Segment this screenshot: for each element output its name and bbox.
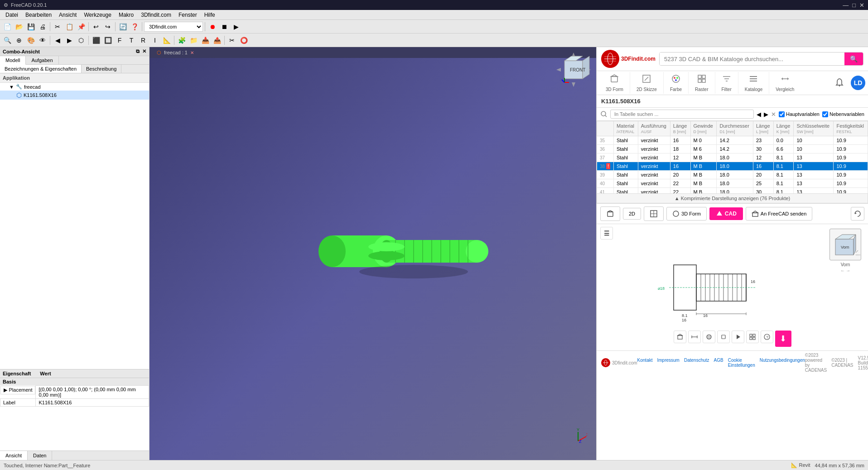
nebenvariablen-checkbox[interactable]: Nebenvariablen — [822, 111, 864, 117]
menu-3dfindit[interactable]: 3Dfindit.com — [137, 11, 175, 19]
top-view-button[interactable]: T — [126, 35, 137, 46]
nebenvariablen-check[interactable] — [822, 111, 828, 117]
tab-daten[interactable]: Daten — [28, 451, 52, 460]
table-search-clear[interactable]: ✕ — [771, 111, 776, 118]
open-button[interactable]: 📂 — [14, 21, 24, 32]
tab-aufgaben[interactable]: Aufgaben — [26, 56, 58, 64]
minimize-button[interactable]: — — [843, 2, 849, 9]
forward-button[interactable]: ▶ — [64, 35, 75, 46]
menu-bearbeiten[interactable]: Bearbeiten — [22, 11, 55, 19]
btn-3dform[interactable]: 3D Form — [666, 207, 707, 221]
table-search-prev[interactable]: ◀ — [757, 111, 761, 118]
combo-close-button[interactable]: ✕ — [142, 48, 146, 54]
btn-rotate[interactable] — [851, 207, 864, 221]
parts-button[interactable]: 🧩 — [176, 35, 187, 46]
tree-item-k1161[interactable]: ⬡ K1161.508X16 — [0, 91, 149, 100]
search-input[interactable] — [660, 53, 844, 65]
tab-modell[interactable]: Modell — [0, 56, 26, 65]
nav-raster[interactable]: Raster — [689, 72, 715, 94]
nav-kataloge[interactable]: Kataloge — [738, 72, 769, 94]
nav-cube-svg[interactable]: FRONT — [555, 52, 592, 92]
close-button[interactable]: ✕ — [859, 2, 864, 9]
import-button[interactable]: 📥 — [200, 35, 211, 46]
new-button[interactable]: 📄 — [2, 21, 13, 32]
table-row[interactable]: 41Stahlverzinkt22M B18.0308.11310.9 — [597, 188, 868, 194]
stdviews-button[interactable]: 🔲 — [102, 35, 113, 46]
viewport[interactable]: ⬡ freecad : 1 ✕ FRONT — [149, 47, 596, 460]
export-button[interactable]: 📤 — [212, 35, 222, 46]
preview-play-btn[interactable] — [732, 331, 744, 343]
tab-ansicht[interactable]: Ansicht — [0, 451, 28, 460]
cut-button[interactable]: ✂ — [52, 21, 63, 32]
footer-cookie[interactable]: Cookie Einstellungen — [728, 358, 755, 368]
refresh-button[interactable]: 🔄 — [117, 21, 128, 32]
sphere-button[interactable]: ⭕ — [238, 35, 249, 46]
hauptvariablen-checkbox[interactable]: Hauptvariablen — [779, 111, 820, 117]
view-cube-mini[interactable]: Vorn — [829, 229, 861, 260]
expand-icon[interactable]: ▶ — [4, 387, 7, 393]
table-row[interactable]: 37Stahlverzinkt12M B18.0128.11310.9 — [597, 153, 868, 162]
play-button[interactable]: ▶ — [231, 21, 241, 32]
menu-werkzeuge[interactable]: Werkzeuge — [80, 11, 115, 19]
measure-button[interactable]: 📐 — [161, 35, 172, 46]
redo-button[interactable]: ↪ — [102, 21, 113, 32]
menu-fenster[interactable]: Fenster — [175, 11, 201, 19]
footer-datenschutz[interactable]: Datenschutz — [684, 358, 709, 368]
footer-kontakt[interactable]: Kontakt — [637, 358, 653, 368]
nav-3d-form[interactable]: 3D Form — [599, 72, 630, 94]
iso-view-button[interactable]: I — [149, 35, 160, 46]
menu-hilfe[interactable]: Hilfe — [201, 11, 219, 19]
fit-selection-button[interactable]: ⊕ — [14, 35, 24, 46]
menu-datei[interactable]: Datei — [2, 11, 22, 19]
combo-restore-button[interactable]: ⧉ — [136, 48, 140, 54]
btn-freecad[interactable]: An FreeCAD senden — [746, 207, 813, 221]
preview-grid-btn[interactable] — [746, 331, 759, 343]
download-button[interactable]: ⬇ — [775, 331, 791, 347]
bell-icon[interactable] — [834, 77, 844, 87]
help-button[interactable]: ❓ — [129, 21, 140, 32]
save-button[interactable]: 💾 — [25, 21, 36, 32]
stop-button[interactable]: ⏹ — [219, 21, 230, 32]
nav-2d-skizze[interactable]: 2D Skizze — [630, 72, 664, 94]
preview-measure-btn[interactable] — [688, 331, 701, 343]
clip-button[interactable]: ✂ — [227, 35, 237, 46]
btn-3d-icon[interactable] — [600, 206, 620, 221]
print-button[interactable]: 🖨 — [37, 21, 48, 32]
btn-detail[interactable] — [644, 206, 664, 221]
back-button[interactable]: ◀ — [52, 35, 63, 46]
stereo-button[interactable]: 👁 — [37, 35, 48, 46]
front-view-button[interactable]: F — [114, 35, 125, 46]
table-row[interactable]: 38 !Stahlverzinkt16M B18.0168.11310.9 — [597, 162, 868, 171]
viewport-close-button[interactable]: ✕ — [190, 50, 194, 55]
footer-nutzung[interactable]: Nutzungsbedingungen — [760, 358, 805, 368]
hauptvariablen-check[interactable] — [779, 111, 785, 117]
menu-makro[interactable]: Makro — [115, 11, 137, 19]
footer-impressum[interactable]: Impressum — [657, 358, 680, 368]
workbench-dropdown[interactable]: 3Dfindit.com — [144, 22, 203, 32]
record-button[interactable]: ⏺ — [207, 21, 218, 32]
table-search-next[interactable]: ▶ — [764, 111, 768, 118]
preview-3d-btn[interactable] — [674, 331, 686, 343]
bbox-button[interactable]: ⬛ — [91, 35, 101, 46]
tree-item-freecad[interactable]: ▼ 🔧 freecad — [0, 83, 149, 91]
property-tab-bezeichnungen[interactable]: Bezeichnungen & Eigenschaften — [0, 65, 82, 73]
draw-style-button[interactable]: 🎨 — [25, 35, 36, 46]
maximize-button[interactable]: □ — [852, 2, 856, 9]
table-row[interactable]: 36Stahlverzinkt18M 614.2306.61010.9 — [597, 145, 868, 153]
nav-filter[interactable]: Filter — [715, 72, 738, 94]
table-search-input[interactable] — [610, 110, 754, 119]
menu-ansicht[interactable]: Ansicht — [55, 11, 80, 19]
property-tab-beschreibung[interactable]: Beschreibung — [82, 65, 121, 73]
compress-button[interactable]: ▲ Komprimierte Darstellung anzeigen (76 … — [597, 193, 868, 203]
folder-button[interactable]: 📁 — [188, 35, 199, 46]
right-view-button[interactable]: R — [138, 35, 149, 46]
user-avatar[interactable]: LD — [851, 76, 865, 90]
table-row[interactable]: 35Stahlverzinkt16M 014.2230.01010.9 — [597, 136, 868, 145]
footer-agb[interactable]: AGB — [714, 358, 723, 368]
nav-vergleich[interactable]: Vergleich — [769, 72, 800, 94]
nav-farbe[interactable]: Farbe — [664, 72, 689, 94]
viewport-tab[interactable]: ⬡ freecad : 1 ✕ — [152, 49, 198, 57]
fit-all-button[interactable]: 🔍 — [2, 35, 13, 46]
undo-button[interactable]: ↩ — [91, 21, 101, 32]
btn-2d[interactable]: 2D — [623, 208, 641, 220]
